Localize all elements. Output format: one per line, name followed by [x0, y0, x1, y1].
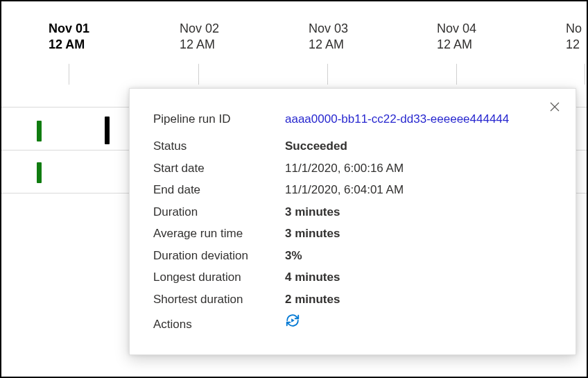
runid-label: Pipeline run ID [153, 108, 285, 130]
date-label: Nov 0212 AM [180, 21, 219, 52]
date-label: Nov 0112 AM [49, 21, 89, 52]
status-label: Status [153, 135, 285, 157]
tick [327, 64, 328, 85]
status-value: Succeeded [285, 135, 347, 157]
rerun-icon[interactable] [285, 310, 300, 328]
start-value: 11/1/2020, 6:00:16 AM [285, 157, 404, 179]
shortest-label: Shortest duration [153, 289, 285, 310]
avg-label: Average run time [153, 223, 285, 244]
start-label: Start date [153, 157, 285, 179]
timeline-header: Nov 0112 AMNov 0212 AMNov 0312 AMNov 041… [1, 1, 587, 64]
avg-value: 3 minutes [285, 223, 340, 244]
run-bar[interactable] [37, 121, 42, 141]
run-bar[interactable] [105, 117, 110, 144]
longest-value: 4 minutes [285, 266, 340, 288]
run-details-tooltip: Pipeline run ID aaaa0000-bb11-cc22-dd33-… [129, 88, 576, 355]
run-bar[interactable] [37, 162, 42, 183]
date-label: Nov 0412 AM [437, 21, 476, 52]
date-label: Nov 0312 AM [309, 21, 348, 52]
longest-label: Longest duration [153, 266, 285, 288]
gantt-view: Nov 0112 AMNov 0212 AMNov 0312 AMNov 041… [0, 0, 588, 378]
shortest-value: 2 minutes [285, 289, 340, 310]
svg-marker-2 [291, 318, 295, 323]
tick [585, 64, 585, 85]
end-label: End date [153, 179, 285, 200]
dev-label: Duration deviation [153, 245, 285, 266]
tick [69, 64, 69, 85]
date-label: No12 [566, 21, 582, 52]
close-icon[interactable] [545, 97, 564, 117]
dev-value: 3% [285, 245, 302, 266]
duration-label: Duration [153, 201, 285, 223]
end-value: 11/1/2020, 6:04:01 AM [285, 179, 404, 200]
tick [198, 64, 199, 85]
actions-label: Actions [153, 313, 285, 335]
tick [456, 64, 457, 85]
runid-link[interactable]: aaaa0000-bb11-cc22-dd33-eeeeee444444 [285, 108, 509, 130]
duration-value: 3 minutes [285, 201, 340, 223]
